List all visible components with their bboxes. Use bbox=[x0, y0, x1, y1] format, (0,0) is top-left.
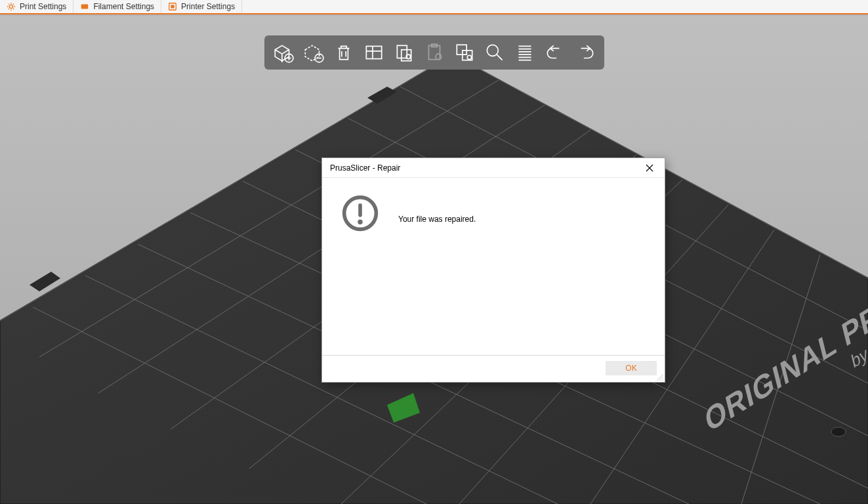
add-button[interactable] bbox=[268, 38, 299, 67]
close-button[interactable] bbox=[640, 160, 659, 176]
main-toolbar bbox=[264, 35, 604, 70]
tab-label: Filament Settings bbox=[93, 2, 154, 11]
gear-icon bbox=[7, 2, 16, 11]
svg-rect-43 bbox=[358, 203, 362, 217]
settings-tabs-bar: Print Settings Filament Settings Printer… bbox=[0, 0, 868, 14]
svg-point-41 bbox=[487, 45, 498, 56]
svg-rect-38 bbox=[457, 45, 466, 54]
redo-button[interactable] bbox=[570, 38, 600, 67]
svg-rect-1 bbox=[81, 5, 89, 9]
tab-printer-settings[interactable]: Printer Settings bbox=[161, 0, 242, 13]
ok-button[interactable]: OK bbox=[606, 361, 657, 375]
svg-point-28 bbox=[831, 427, 846, 436]
spool-icon bbox=[80, 2, 89, 11]
printer-icon bbox=[168, 2, 177, 11]
remove-button[interactable] bbox=[299, 38, 329, 67]
svg-point-0 bbox=[9, 5, 12, 8]
svg-point-40 bbox=[467, 55, 471, 59]
undo-button[interactable] bbox=[540, 38, 570, 67]
svg-point-44 bbox=[358, 219, 363, 224]
instances-button[interactable] bbox=[449, 38, 480, 67]
copy-button[interactable] bbox=[389, 38, 419, 67]
resize-grip-icon[interactable] bbox=[655, 373, 663, 381]
svg-rect-31 bbox=[366, 46, 381, 58]
repair-dialog: PrusaSlicer - Repair Your file was repai… bbox=[321, 158, 665, 383]
dialog-message: Your file was repaired. bbox=[398, 194, 476, 224]
svg-rect-32 bbox=[397, 45, 407, 58]
paste-button[interactable] bbox=[419, 38, 449, 67]
search-button[interactable] bbox=[480, 38, 510, 67]
delete-button[interactable] bbox=[329, 38, 359, 67]
arrange-button[interactable] bbox=[359, 38, 389, 67]
variable-layers-button[interactable] bbox=[510, 38, 540, 67]
svg-rect-35 bbox=[428, 45, 440, 59]
tab-label: Printer Settings bbox=[181, 2, 235, 11]
tab-print-settings[interactable]: Print Settings bbox=[0, 0, 73, 13]
tab-filament-settings[interactable]: Filament Settings bbox=[73, 0, 161, 13]
tab-label: Print Settings bbox=[20, 2, 66, 11]
svg-rect-3 bbox=[171, 5, 174, 8]
exclamation-icon bbox=[341, 194, 380, 235]
dialog-title-text: PrusaSlicer - Repair bbox=[330, 163, 400, 173]
dialog-titlebar[interactable]: PrusaSlicer - Repair bbox=[322, 158, 665, 178]
